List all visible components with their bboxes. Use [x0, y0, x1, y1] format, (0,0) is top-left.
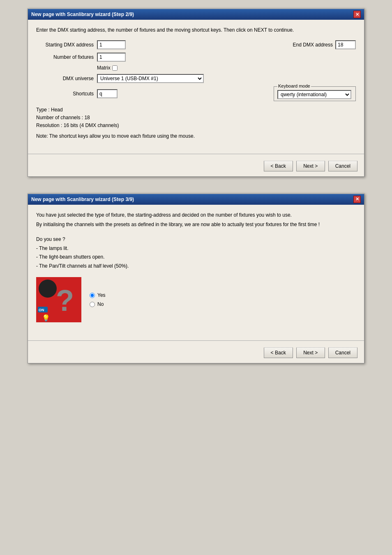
- shortcuts-part: Shortcuts: [36, 89, 118, 98]
- svg-text:?: ?: [56, 284, 74, 317]
- dmx-universe-select[interactable]: Universe 1 (USB-DMX #1): [97, 74, 204, 83]
- dialog-step2: New page with Scanlibrary wizard (Step 2…: [28, 8, 364, 177]
- radio-yes-text: Yes: [97, 292, 106, 298]
- keyboard-mode-box: Keyboard mode qwerty (international): [274, 86, 356, 101]
- info-line3: Resolution : 16 bits (4 DMX channels): [36, 122, 356, 130]
- shortcuts-input[interactable]: [97, 89, 118, 98]
- next-button-step2[interactable]: Next >: [296, 161, 325, 171]
- shortcuts-keyboard-row: Shortcuts Keyboard mode qwerty (internat…: [36, 86, 356, 101]
- keyboard-mode-select[interactable]: qwerty (international): [277, 90, 351, 99]
- question3: - The Pan/Tilt channels at half level (5…: [36, 262, 356, 271]
- dialog-body-step3: You have just selected the type of fixtu…: [28, 205, 364, 336]
- info-line1: Type : Head: [36, 106, 356, 114]
- question1: - The lamps lit.: [36, 244, 356, 253]
- dmx-address-row: Starting DMX address End DMX address: [36, 40, 356, 49]
- shortcuts-label: Shortcuts: [36, 91, 94, 97]
- num-fixtures-input[interactable]: [97, 53, 126, 62]
- close-button-step2[interactable]: ✕: [353, 11, 361, 18]
- dialog-step3: New page with Scanlibrary wizard (Step 3…: [28, 193, 364, 364]
- dialog-title-step2: New page with Scanlibrary wizard (Step 2…: [31, 12, 134, 17]
- separator-step3: [28, 340, 364, 341]
- num-fixtures-row: Number of fixtures: [36, 53, 356, 62]
- step3-questions: Do you see ? - The lamps lit. - The ligh…: [36, 235, 356, 271]
- starting-dmx-label: Starting DMX address: [36, 42, 94, 48]
- info-section: Type : Head Number of channels : 18 Reso…: [36, 106, 356, 130]
- radio-group: Yes No: [90, 292, 106, 307]
- dialog-footer-step2: < Back Next > Cancel: [28, 158, 364, 176]
- dialog-titlebar-step2: New page with Scanlibrary wizard (Step 2…: [28, 9, 364, 20]
- end-dmx-label: End DMX address: [293, 42, 333, 48]
- matrix-checkbox[interactable]: [112, 65, 118, 71]
- num-fixtures-label: Number of fixtures: [36, 54, 94, 60]
- matrix-row: Matrix: [36, 65, 356, 71]
- info-line2: Number of channels : 18: [36, 114, 356, 122]
- step3-desc1: You have just selected the type of fixtu…: [36, 211, 356, 219]
- keyboard-mode-legend: Keyboard mode: [277, 83, 311, 88]
- end-dmx-input[interactable]: [335, 40, 356, 49]
- dialog-body-step2: Enter the DMX starting address, the numb…: [28, 20, 364, 149]
- next-button-step3[interactable]: Next >: [296, 347, 325, 358]
- dialog-title-step3: New page with Scanlibrary wizard (Step 3…: [31, 197, 134, 202]
- fixture-image: ? ON 💡: [36, 277, 81, 322]
- dmx-universe-label: DMX universe: [36, 76, 94, 81]
- matrix-label: Matrix: [97, 65, 111, 71]
- end-dmx-part: End DMX address: [293, 40, 356, 49]
- dialog-titlebar-step3: New page with Scanlibrary wizard (Step 3…: [28, 194, 364, 205]
- radio-no-label[interactable]: No: [90, 301, 106, 307]
- starting-dmx-part: Starting DMX address: [36, 40, 126, 49]
- radio-no-text: No: [97, 301, 104, 307]
- step3-desc2: By initialising the channels with the pr…: [36, 221, 356, 229]
- cancel-button-step2[interactable]: Cancel: [328, 161, 357, 171]
- on-badge-text: ON: [39, 308, 44, 312]
- dialog-footer-step3: < Back Next > Cancel: [28, 345, 364, 363]
- dmx-universe-row: DMX universe Universe 1 (USB-DMX #1): [36, 74, 356, 83]
- step3-description: You have just selected the type of fixtu…: [36, 211, 356, 229]
- starting-dmx-input[interactable]: [97, 40, 126, 49]
- back-button-step2[interactable]: < Back: [264, 161, 293, 171]
- questions-intro: Do you see ?: [36, 235, 356, 244]
- note-text-step2: Note: The shortcut keys allow you to mov…: [36, 133, 356, 139]
- radio-yes-label[interactable]: Yes: [90, 292, 106, 298]
- radio-no-input[interactable]: [90, 302, 95, 307]
- fixture-test-area: ? ON 💡 Yes No: [36, 277, 356, 322]
- dialog-description-step2: Enter the DMX starting address, the numb…: [36, 26, 356, 34]
- back-button-step3[interactable]: < Back: [264, 347, 293, 358]
- bulb-icon: 💡: [42, 314, 50, 322]
- separator-step2: [28, 154, 364, 154]
- cancel-button-step3[interactable]: Cancel: [328, 347, 357, 358]
- fixture-circle: [39, 280, 57, 298]
- question2: - The light-beam shutters open.: [36, 253, 356, 262]
- close-button-step3[interactable]: ✕: [353, 196, 361, 203]
- page-wrapper: New page with Scanlibrary wizard (Step 2…: [28, 8, 364, 363]
- radio-yes-input[interactable]: [90, 293, 95, 298]
- fixture-svg: ? ON 💡: [36, 277, 81, 322]
